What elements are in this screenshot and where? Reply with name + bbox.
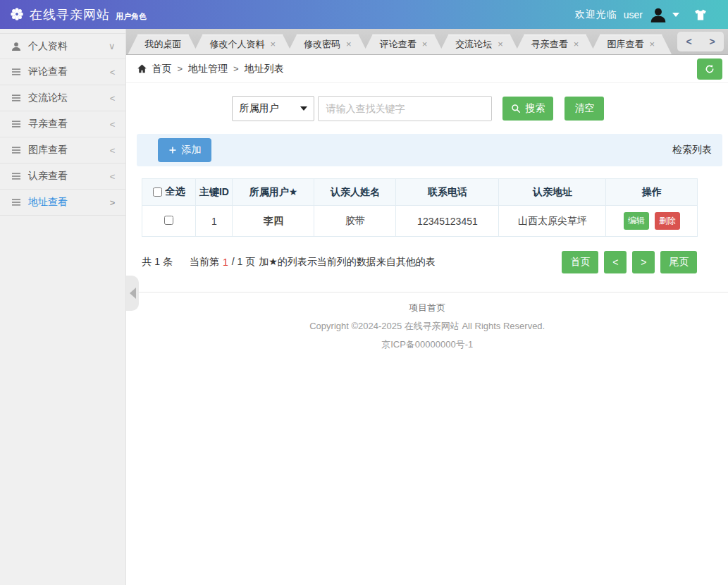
tab-gallery[interactable]: 图库查看 × — [590, 35, 672, 54]
current-page-number: 1 — [223, 257, 228, 268]
select-all-checkbox[interactable] — [153, 187, 162, 197]
toolbar-panel: 添加 检索列表 — [137, 134, 722, 166]
menu-icon — [11, 144, 22, 156]
tab-scroll-right-icon[interactable]: > — [709, 36, 715, 47]
tab-my-desktop[interactable]: 我的桌面 — [128, 35, 198, 54]
search-row: 所属用户 搜索 清空 — [232, 96, 728, 121]
select-all-label: 全选 — [165, 185, 185, 198]
cell-actions: 编辑 删除 — [606, 206, 698, 237]
header-relative-address: 认亲地址 — [499, 179, 606, 206]
prev-page-button[interactable]: < — [604, 251, 627, 273]
sidebar-item-label: 地址查看 — [28, 196, 68, 209]
header-select-all: 全选 — [142, 179, 196, 206]
page-footer: 项目首页 Copyright ©2024-2025 在线寻亲网站 All Rig… — [126, 292, 728, 351]
chevron-left-icon: < — [110, 67, 116, 78]
sidebar-item-label: 评论查看 — [28, 66, 68, 78]
tab-label: 修改个人资料 — [209, 35, 264, 54]
row-checkbox[interactable] — [164, 216, 173, 225]
sidebar-item-recognition[interactable]: 认亲查看 < — [0, 164, 125, 190]
table-header-row: 全选 主键ID 所属用户★ 认亲人姓名 联系电话 认亲地址 操作 — [142, 179, 698, 206]
tab-comments[interactable]: 评论查看 × — [363, 35, 445, 54]
sidebar-collapse-handle[interactable] — [126, 276, 139, 311]
first-page-button[interactable]: 首页 — [562, 251, 598, 273]
close-icon[interactable]: × — [498, 35, 503, 54]
clothes-icon[interactable] — [693, 8, 708, 22]
last-page-button[interactable]: 尾页 — [660, 251, 697, 273]
cell-select — [142, 206, 196, 237]
close-icon[interactable]: × — [346, 35, 352, 54]
header-actions: 操作 — [606, 179, 698, 206]
search-icon — [511, 104, 521, 113]
refresh-button[interactable] — [697, 58, 722, 80]
address-table: 全选 主键ID 所属用户★ 认亲人姓名 联系电话 认亲地址 操作 — [142, 178, 698, 237]
breadcrumb: 首页 > 地址管理 > 地址列表 — [126, 55, 728, 83]
add-button[interactable]: 添加 — [158, 138, 211, 162]
pagination-info: 共 1 条 当前第 1 / 1 页 加★的列表示当前列的数据来自其他的表 — [142, 256, 435, 269]
sidebar-item-label: 图库查看 — [28, 144, 68, 156]
main-layout: 个人资料 ∨ 评论查看 < 交流论坛 < 寻亲 — [0, 29, 728, 585]
edit-button[interactable]: 编辑 — [624, 212, 649, 230]
breadcrumb-address-management: 地址管理 — [188, 63, 228, 75]
menu-icon — [11, 171, 22, 182]
cell-relative-address: 山西太原尖草坪 — [499, 206, 606, 237]
cell-contact-phone: 12345123451 — [396, 206, 499, 237]
next-page-button[interactable]: > — [632, 251, 655, 273]
username: user — [624, 9, 643, 20]
tab-scroll-arrows: < > — [677, 32, 724, 51]
cell-primary-id: 1 — [196, 206, 233, 237]
sidebar-item-gallery[interactable]: 图库查看 < — [0, 137, 125, 164]
cell-owner-user: 李四 — [233, 206, 314, 237]
sidebar-item-comments[interactable]: 评论查看 < — [0, 59, 125, 85]
tab-label: 修改密码 — [304, 35, 340, 54]
clear-button[interactable]: 清空 — [564, 97, 604, 121]
tab-label: 图库查看 — [607, 35, 643, 54]
breadcrumb-separator: > — [177, 63, 183, 74]
tab-scroll-left-icon[interactable]: < — [686, 36, 691, 47]
app-title: 在线寻亲网站 — [30, 8, 110, 22]
close-icon[interactable]: × — [574, 35, 579, 54]
tab-family-search[interactable]: 寻亲查看 × — [514, 35, 596, 54]
sidebar-item-label: 交流论坛 — [28, 92, 68, 104]
sidebar-item-forum[interactable]: 交流论坛 < — [0, 85, 125, 111]
close-icon[interactable]: × — [422, 35, 428, 54]
header-relative-name: 认亲人姓名 — [314, 179, 396, 206]
tab-edit-profile[interactable]: 修改个人资料 × — [192, 35, 292, 54]
sidebar-item-address[interactable]: 地址查看 > — [0, 190, 125, 216]
close-icon[interactable]: × — [649, 35, 655, 54]
filter-field-select[interactable]: 所属用户 — [232, 96, 314, 121]
user-icon — [11, 41, 22, 52]
chevron-down-icon[interactable] — [672, 13, 679, 17]
menu-icon — [11, 118, 22, 130]
delete-button[interactable]: 删除 — [655, 212, 680, 230]
pagination-buttons: 首页 < > 尾页 — [562, 251, 697, 273]
sidebar-item-label: 认亲查看 — [28, 170, 68, 183]
close-icon[interactable]: × — [270, 35, 276, 54]
search-button[interactable]: 搜索 — [502, 97, 553, 121]
avatar[interactable] — [649, 6, 667, 24]
header-primary-id: 主键ID — [196, 179, 233, 206]
sidebar-item-label: 个人资料 — [28, 40, 68, 53]
home-icon — [137, 63, 147, 74]
project-home-link[interactable]: 项目首页 — [409, 302, 445, 314]
search-input[interactable] — [318, 96, 492, 121]
brand: 在线寻亲网站 用户角色 — [0, 7, 147, 22]
breadcrumb-home[interactable]: 首页 — [152, 63, 171, 75]
sidebar-item-profile[interactable]: 个人资料 ∨ — [0, 33, 125, 59]
menu-icon — [11, 66, 22, 78]
flower-gear-icon — [10, 7, 24, 21]
collapse-left-icon — [130, 288, 136, 299]
header-owner-user: 所属用户★ — [233, 179, 314, 206]
add-button-label: 添加 — [181, 144, 201, 156]
content-area: 我的桌面 修改个人资料 × 修改密码 × 评论查看 × — [126, 29, 728, 585]
tab-label: 交流论坛 — [455, 35, 492, 54]
sidebar-item-family-search[interactable]: 寻亲查看 < — [0, 111, 125, 137]
sidebar: 个人资料 ∨ 评论查看 < 交流论坛 < 寻亲 — [0, 29, 126, 585]
select-caret-icon — [300, 106, 307, 111]
tab-forum[interactable]: 交流论坛 × — [438, 35, 520, 54]
tab-change-password[interactable]: 修改密码 × — [287, 35, 369, 54]
sidebar-item-label: 寻亲查看 — [28, 118, 68, 130]
page: 在线寻亲网站 用户角色 欢迎光临 user 个人资料 — [0, 0, 728, 585]
chevron-left-icon: < — [110, 93, 116, 104]
plus-icon — [168, 146, 177, 154]
current-page-prefix: 当前第 — [190, 256, 219, 269]
